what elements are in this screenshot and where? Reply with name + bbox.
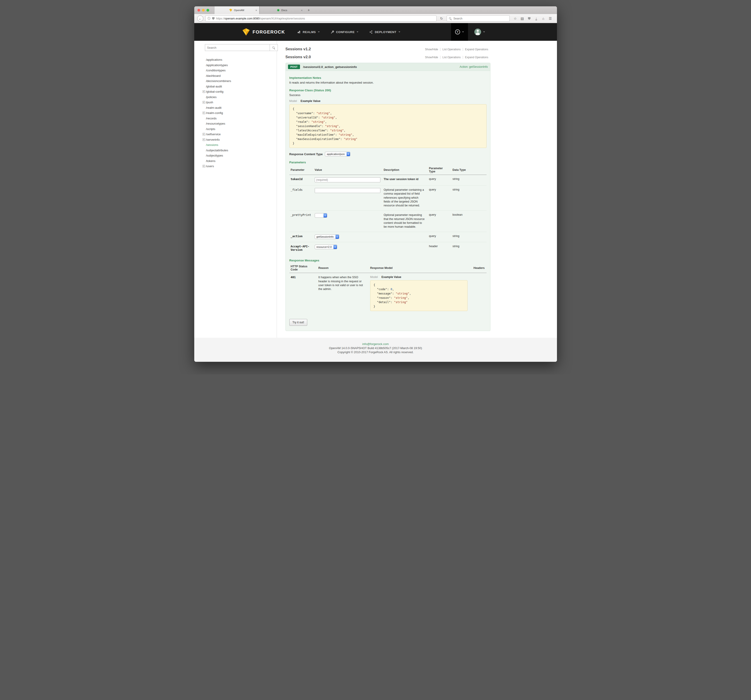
forgerock-brand[interactable]: FORGEROCK — [242, 28, 285, 36]
sidebar-item-records[interactable]: /records — [194, 116, 277, 121]
select-stepper-icon — [347, 152, 350, 156]
param-description — [382, 242, 428, 255]
tab-example-value[interactable]: Example Value — [301, 99, 321, 103]
sidebar-item-users[interactable]: +/users — [194, 164, 277, 169]
sidebar-item-resourcetypes[interactable]: /resourcetypes — [194, 121, 277, 126]
menu-icon[interactable]: ☰ — [549, 17, 552, 21]
chevron-down-icon — [483, 31, 485, 33]
_fields-input[interactable] — [315, 188, 380, 193]
try-it-out-button[interactable]: Try it out! — [289, 319, 308, 326]
expand-icon[interactable]: + — [202, 133, 205, 135]
param-description: Optional parameter requesting that the r… — [382, 211, 428, 232]
expand-icon[interactable]: + — [202, 101, 205, 104]
sidebar-item-applications[interactable]: /applications — [194, 57, 277, 62]
sidebar-item-decisioncombiners[interactable]: /decisioncombiners — [194, 78, 277, 84]
sidebar-item-tokens[interactable]: /tokens — [194, 158, 277, 164]
param-type: query — [428, 175, 451, 186]
code-line: { — [293, 107, 483, 111]
close-tab-icon[interactable]: × — [255, 9, 257, 12]
param-value-cell — [313, 186, 382, 211]
sidebar-item-conditiontypes[interactable]: /conditiontypes — [194, 68, 277, 73]
help-menu-button[interactable]: ? — [451, 23, 468, 41]
list-operations-link[interactable]: List Operations — [440, 48, 463, 51]
api-main: Sessions v1.2 Show/HideList OperationsEx… — [277, 41, 557, 338]
list-operations-link[interactable]: List Operations — [440, 56, 463, 59]
page-info-icon[interactable]: ⓘ — [208, 17, 210, 21]
sidebar-item-global-config[interactable]: +/global-config — [194, 89, 277, 94]
minimize-window-button[interactable] — [202, 9, 205, 12]
browser-search-bar[interactable] — [447, 15, 510, 22]
sidebar-item-subjecttypes[interactable]: /subjecttypes — [194, 153, 277, 158]
nav-deployment[interactable]: DEPLOYMENT — [369, 30, 400, 34]
pocket-icon[interactable] — [527, 17, 531, 20]
contact-email-link[interactable]: info@forgerock.com — [362, 342, 389, 346]
sidebar-item-label: /subjectattributes — [206, 149, 228, 152]
expand-icon[interactable]: + — [202, 112, 205, 114]
url-bar[interactable]: ⓘ https://openam.example.com:8080/openam… — [206, 15, 437, 22]
expand-operations-link[interactable]: Expand Operations — [463, 56, 490, 59]
param-type: query — [428, 211, 451, 232]
sidebar-item-realm-config[interactable]: +/realm-config — [194, 110, 277, 116]
browser-tab-bar: OpenAM × Docs × + — [194, 6, 557, 14]
user-menu-button[interactable] — [474, 29, 485, 35]
tab-openam[interactable]: OpenAM × — [214, 6, 260, 14]
sidebar-search-button[interactable] — [270, 44, 278, 51]
close-window-button[interactable] — [198, 9, 200, 12]
response-content-type-select[interactable]: application/json — [325, 152, 350, 156]
expand-icon[interactable]: + — [202, 165, 205, 167]
code-line: "message": "string", — [374, 291, 464, 296]
error-example-json: { "code": 0, "message": "string", "reaso… — [370, 280, 468, 311]
tab-docs[interactable]: Docs × — [260, 6, 305, 14]
implementation-notes-title: Implementation Notes — [289, 76, 487, 79]
tab-model[interactable]: Model — [289, 99, 297, 103]
nav-realms[interactable]: REALMS — [297, 30, 320, 34]
close-tab-icon[interactable]: × — [301, 9, 303, 12]
tab-model[interactable]: Model — [370, 276, 378, 279]
pocket-shield-icon — [528, 17, 530, 20]
sidebar-item-scripts[interactable]: /scripts — [194, 126, 277, 132]
sidebar-search-input[interactable] — [205, 44, 270, 51]
sidebar-item-serverinfo[interactable]: +/serverinfo — [194, 137, 277, 142]
sidebar-item-label: /realm-audit — [206, 106, 222, 109]
code-line: "maxIdleExpirationTime": "string", — [293, 133, 483, 137]
response-messages-title: Response Messages — [289, 259, 487, 262]
show-hide-link[interactable]: Show/Hide — [423, 56, 440, 59]
param-row-_action: _actiongetSessionInfoquerystring — [289, 232, 487, 242]
model-example-tabs: Model Example Value — [289, 99, 487, 103]
nav-configure[interactable]: CONFIGURE — [331, 30, 359, 34]
sidebar-item-dashboard[interactable]: /dashboard — [194, 73, 277, 79]
sidebar-item-policies[interactable]: /policies — [194, 94, 277, 100]
expand-operations-link[interactable]: Expand Operations — [463, 48, 490, 51]
reload-icon[interactable]: ↻ — [439, 15, 445, 22]
sessions-v2-section-header: Sessions v2.0 Show/HideList OperationsEx… — [286, 55, 490, 59]
code-line: "reason": "string", — [374, 296, 464, 300]
tokenId-input[interactable] — [315, 177, 380, 182]
expand-icon[interactable]: + — [202, 90, 205, 93]
sidebar-item-selfservice[interactable]: +/selfservice — [194, 132, 277, 137]
bookmark-star-icon[interactable]: ☆ — [513, 17, 517, 21]
operation-action-link[interactable]: Action: getSessionInfo — [460, 65, 488, 68]
home-icon[interactable]: ⌂ — [542, 17, 545, 20]
new-tab-button[interactable]: + — [305, 6, 313, 14]
operation-path-link[interactable]: /sessions#2.0_action_getsessioninfo — [303, 65, 357, 69]
sidebar-item-sessions[interactable]: /sessions — [194, 142, 277, 148]
browser-search-input[interactable] — [453, 17, 508, 20]
sidebar-item-subjectattributes[interactable]: /subjectattributes — [194, 148, 277, 153]
tab-example-value[interactable]: Example Value — [382, 276, 402, 279]
help-icon: ? — [455, 29, 460, 34]
library-icon[interactable]: ▤ — [521, 17, 524, 21]
zoom-window-button[interactable] — [207, 9, 209, 12]
security-shield-icon[interactable] — [212, 17, 215, 20]
_prettyPrint-select[interactable] — [315, 213, 327, 218]
_action-select[interactable]: getSessionInfo — [315, 234, 339, 239]
sidebar-item-push[interactable]: +/push — [194, 100, 277, 105]
sidebar-item-realm-audit[interactable]: /realm-audit — [194, 105, 277, 110]
downloads-icon[interactable]: ↓ — [535, 17, 538, 20]
sidebar-item-applicationtypes[interactable]: /applicationtypes — [194, 62, 277, 68]
back-button[interactable]: ← — [197, 15, 203, 22]
Accept-API-Version-select[interactable]: resource=2.0 — [315, 245, 337, 249]
show-hide-link[interactable]: Show/Hide — [423, 48, 440, 51]
browser-toolbar: ← ⓘ https://openam.example.com:8080/open… — [194, 14, 557, 23]
sidebar-item-global-audit[interactable]: /global-audit — [194, 84, 277, 89]
expand-icon[interactable]: + — [202, 138, 205, 141]
